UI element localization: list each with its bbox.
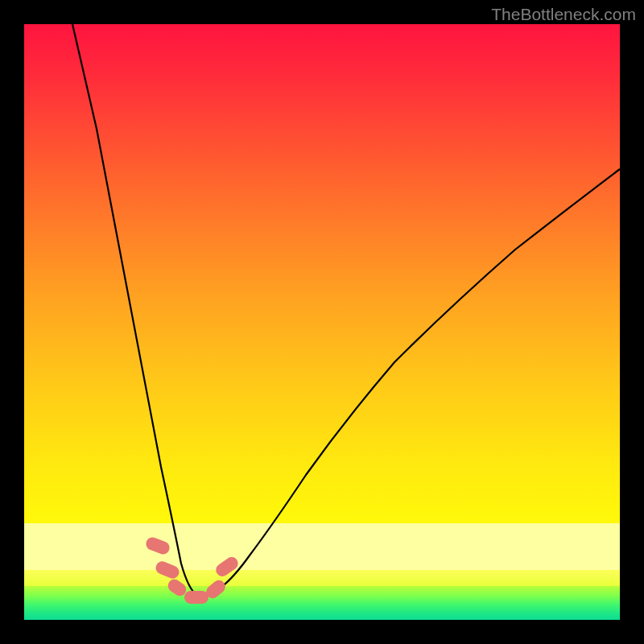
bottleneck-curve xyxy=(72,24,620,596)
watermark-text: TheBottleneck.com xyxy=(491,5,636,24)
marker-1 xyxy=(144,535,171,555)
marker-2 xyxy=(154,559,181,580)
marker-6 xyxy=(213,555,241,579)
plot-area xyxy=(24,24,620,620)
marker-4 xyxy=(184,591,208,604)
chart-svg xyxy=(24,24,620,620)
figure-frame: TheBottleneck.com xyxy=(0,0,644,644)
optimal-region-markers xyxy=(144,535,241,604)
